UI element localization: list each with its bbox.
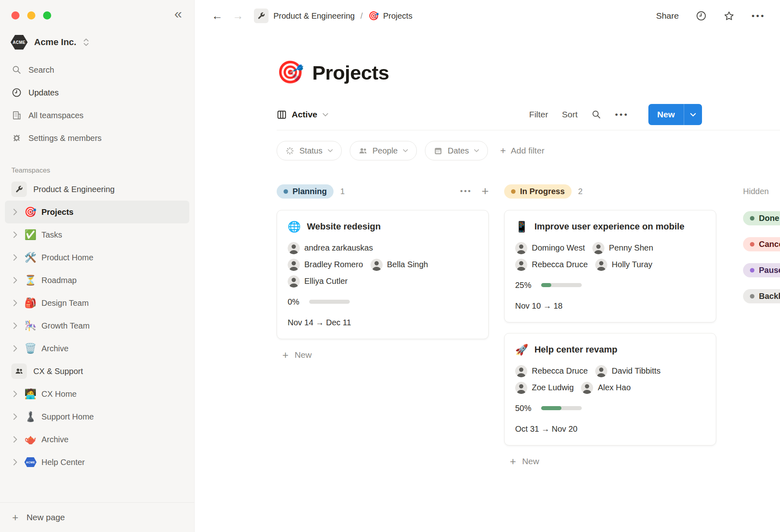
sidebar-item-all-teamspaces[interactable]: All teamspaces: [5, 104, 189, 127]
favorite-star-icon[interactable]: [724, 11, 734, 22]
sidebar-item-updates[interactable]: Updates: [5, 81, 189, 104]
sidebar-item-settings[interactable]: Settings & members: [5, 127, 189, 149]
topbar: ← → Product & Engineering / 🎯 Projects S…: [195, 0, 780, 32]
check-mark-icon: ✅: [24, 229, 37, 240]
filter-button[interactable]: Filter: [529, 110, 548, 119]
sidebar-item-tasks[interactable]: ✅Tasks: [5, 223, 189, 246]
person[interactable]: Elliya Cutler: [288, 275, 348, 288]
avatar: [595, 259, 607, 271]
avatar: [370, 259, 383, 271]
progress-percent: 0%: [288, 297, 299, 307]
workspace-switcher[interactable]: ACME Acme Inc.: [11, 35, 186, 50]
view-tabs-row: Active Filter Sort ••• New: [277, 104, 780, 125]
person[interactable]: Rebecca Druce: [515, 365, 588, 377]
topbar-actions: Share •••: [656, 11, 765, 22]
add-filter-button[interactable]: + Add filter: [500, 145, 544, 156]
sidebar-teamspace-cx-support[interactable]: CX & Support: [5, 360, 189, 383]
chevron-right-icon[interactable]: [13, 209, 20, 215]
sort-button[interactable]: Sort: [562, 110, 578, 119]
add-filter-label: Add filter: [511, 146, 544, 156]
chevron-right-icon[interactable]: [13, 300, 20, 306]
sidebar-item-help-center[interactable]: ACMEHelp Center: [5, 451, 189, 474]
add-card-button[interactable]: +New: [504, 456, 716, 467]
project-card-help-center-revamp[interactable]: 🚀 Help center revamp Rebecca DruceDavid …: [504, 333, 716, 445]
add-card-button[interactable]: +New: [277, 350, 489, 360]
progress-bar: [541, 406, 582, 410]
clock-icon: [11, 87, 22, 98]
chevron-right-icon[interactable]: [13, 277, 20, 283]
status-pill-in-progress[interactable]: In Progress: [504, 184, 572, 199]
chevron-right-icon[interactable]: [13, 231, 20, 238]
sidebar-item-label: Settings & members: [28, 134, 102, 143]
person[interactable]: Bradley Romero: [288, 259, 363, 271]
status-pill-planning[interactable]: Planning: [277, 184, 334, 199]
chevron-down-icon: [322, 112, 329, 117]
person[interactable]: Holly Turay: [595, 259, 652, 271]
teamspaces-section-label: Teamspaces: [11, 167, 183, 175]
avatar: [515, 242, 527, 254]
sidebar-item-design-team[interactable]: 🎒Design Team: [5, 292, 189, 314]
chevron-right-icon[interactable]: [13, 254, 20, 261]
person[interactable]: Penny Shen: [592, 242, 653, 254]
sidebar-item-cx-home[interactable]: 🧑‍💻CX Home: [5, 383, 189, 405]
new-page-button[interactable]: + New page: [0, 502, 194, 532]
search-icon[interactable]: [592, 110, 601, 119]
sidebar-item-archive[interactable]: 🗑️Archive: [5, 337, 189, 360]
hidden-status-pill-canceled[interactable]: Canceled: [743, 237, 780, 251]
people-icon: [358, 146, 368, 156]
more-options-icon[interactable]: •••: [752, 11, 765, 21]
hidden-groups-column: Hidden Done Canceled Paused Backlog: [743, 183, 780, 303]
sidebar-item-projects[interactable]: 🎯Projects: [5, 201, 189, 223]
chevron-right-icon[interactable]: [13, 436, 20, 443]
tab-active-view[interactable]: Active: [277, 110, 329, 120]
sidebar-teamspace-product-engineering[interactable]: Product & Engineering: [5, 178, 189, 201]
new-button[interactable]: New: [648, 104, 702, 125]
filter-chip-dates[interactable]: Dates: [425, 141, 488, 160]
history-clock-icon[interactable]: [696, 11, 706, 21]
filter-chip-status[interactable]: Status: [277, 141, 342, 160]
person[interactable]: Zoe Ludwig: [515, 382, 574, 394]
share-button[interactable]: Share: [656, 11, 679, 21]
sidebar-item-search[interactable]: Search: [5, 58, 189, 81]
project-card-improve-user-experience-on-mobile[interactable]: 📱 Improve user experience on mobile Domi…: [504, 210, 716, 322]
filter-chip-people[interactable]: People: [350, 141, 417, 160]
person[interactable]: Bella Singh: [370, 259, 428, 271]
sidebar-item-growth-team[interactable]: 🎠Growth Team: [5, 314, 189, 337]
sidebar-item-roadmap[interactable]: ⏳Roadmap: [5, 269, 189, 292]
hidden-status-pill-backlog[interactable]: Backlog: [743, 289, 780, 303]
zoom-window-button[interactable]: [43, 11, 51, 19]
sidebar-item-archive[interactable]: 🫖Archive: [5, 428, 189, 451]
column-add-icon[interactable]: +: [481, 185, 489, 197]
sidebar-item-label: CX Home: [41, 389, 77, 399]
new-button-chevron-icon[interactable]: [684, 112, 702, 117]
chevron-right-icon[interactable]: [13, 413, 20, 420]
sidebar-item-product-home[interactable]: 🛠️Product Home: [5, 246, 189, 269]
person[interactable]: Domingo West: [515, 242, 585, 254]
breadcrumb-current[interactable]: Projects: [383, 11, 412, 21]
chevron-right-icon[interactable]: [13, 322, 20, 329]
chevron-right-icon[interactable]: [13, 345, 20, 352]
column-more-icon[interactable]: •••: [460, 187, 472, 196]
hidden-status-pill-done[interactable]: Done: [743, 211, 780, 225]
close-window-button[interactable]: [11, 11, 20, 19]
chevron-right-icon[interactable]: [13, 459, 20, 465]
person[interactable]: andrea zarkauskas: [288, 242, 373, 254]
chevron-down-icon: [474, 149, 479, 153]
back-icon[interactable]: ←: [207, 10, 228, 22]
person[interactable]: Rebecca Druce: [515, 259, 588, 271]
sidebar-item-label: Design Team: [41, 298, 89, 308]
person[interactable]: Alex Hao: [581, 382, 630, 394]
status-dot: [284, 189, 288, 194]
hidden-status-pill-paused[interactable]: Paused: [743, 263, 780, 277]
sidebar-item-label: Tasks: [41, 230, 62, 240]
breadcrumb-root[interactable]: Product & Engineering: [273, 11, 355, 21]
forward-icon[interactable]: →: [228, 10, 248, 22]
minimize-window-button[interactable]: [27, 11, 35, 19]
view-more-icon[interactable]: •••: [615, 110, 629, 119]
project-card-website-redesign[interactable]: 🌐 Website redesign andrea zarkauskasBrad…: [277, 210, 489, 339]
collapse-sidebar-icon[interactable]: «: [174, 6, 182, 20]
tab-label: Active: [292, 110, 317, 119]
chevron-right-icon[interactable]: [13, 391, 20, 397]
person[interactable]: David Tibbitts: [595, 365, 661, 377]
sidebar-item-support-home[interactable]: ♟️Support Home: [5, 405, 189, 428]
